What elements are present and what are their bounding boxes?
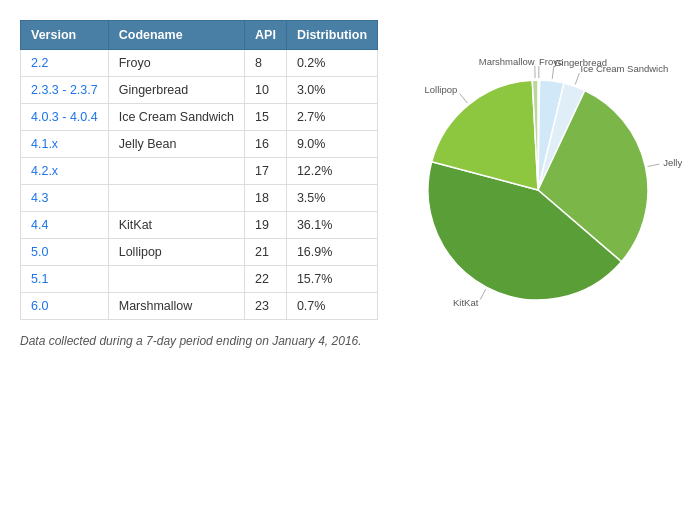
cell-api: 15 [245, 104, 287, 131]
table-row: 4.0.3 - 4.0.4 Ice Cream Sandwich 15 2.7% [21, 104, 378, 131]
cell-codename [108, 158, 244, 185]
cell-codename: Froyo [108, 50, 244, 77]
col-distribution: Distribution [286, 21, 377, 50]
pie-label-jelly-bean: Jelly Bean [663, 157, 684, 168]
table-row: 4.4 KitKat 19 36.1% [21, 212, 378, 239]
cell-version: 4.2.x [21, 158, 109, 185]
cell-version: 5.0 [21, 239, 109, 266]
col-version: Version [21, 21, 109, 50]
cell-version: 2.3.3 - 2.3.7 [21, 77, 109, 104]
cell-version: 4.4 [21, 212, 109, 239]
cell-api: 17 [245, 158, 287, 185]
cell-version: 5.1 [21, 266, 109, 293]
cell-api: 18 [245, 185, 287, 212]
table-header-row: Version Codename API Distribution [21, 21, 378, 50]
cell-version: 2.2 [21, 50, 109, 77]
cell-codename [108, 185, 244, 212]
table-row: 2.3.3 - 2.3.7 Gingerbread 10 3.0% [21, 77, 378, 104]
cell-distribution: 0.2% [286, 50, 377, 77]
cell-distribution: 36.1% [286, 212, 377, 239]
table-section: Version Codename API Distribution 2.2 Fr… [20, 20, 378, 348]
cell-api: 22 [245, 266, 287, 293]
table-row: 4.2.x 17 12.2% [21, 158, 378, 185]
cell-version: 6.0 [21, 293, 109, 320]
table-row: 5.0 Lollipop 21 16.9% [21, 239, 378, 266]
cell-api: 8 [245, 50, 287, 77]
android-versions-table: Version Codename API Distribution 2.2 Fr… [20, 20, 378, 320]
cell-version: 4.3 [21, 185, 109, 212]
table-row: 4.3 18 3.5% [21, 185, 378, 212]
main-container: Version Codename API Distribution 2.2 Fr… [20, 20, 664, 350]
table-row: 6.0 Marshmallow 23 0.7% [21, 293, 378, 320]
pie-chart: FroyoGingerbreadIce Cream SandwichJelly … [398, 30, 684, 350]
chart-section: FroyoGingerbreadIce Cream SandwichJelly … [398, 20, 684, 350]
col-api: API [245, 21, 287, 50]
pie-label-line-3 [648, 164, 660, 167]
cell-codename: Lollipop [108, 239, 244, 266]
cell-distribution: 2.7% [286, 104, 377, 131]
cell-api: 10 [245, 77, 287, 104]
cell-distribution: 12.2% [286, 158, 377, 185]
cell-version: 4.0.3 - 4.0.4 [21, 104, 109, 131]
cell-codename [108, 266, 244, 293]
pie-label-ice-cream-sandwich: Ice Cream Sandwich [581, 63, 669, 74]
pie-label-line-1 [552, 67, 554, 79]
cell-codename: KitKat [108, 212, 244, 239]
footnote: Data collected during a 7-day period end… [20, 334, 378, 348]
cell-codename: Ice Cream Sandwich [108, 104, 244, 131]
pie-label-line-2 [575, 73, 579, 84]
pie-label-lollipop: Lollipop [425, 84, 458, 95]
cell-distribution: 3.5% [286, 185, 377, 212]
cell-api: 16 [245, 131, 287, 158]
pie-label-kitkat: KitKat [453, 297, 479, 308]
cell-codename: Marshmallow [108, 293, 244, 320]
cell-version: 4.1.x [21, 131, 109, 158]
pie-label-marshmallow: Marshmallow [479, 56, 535, 67]
cell-api: 23 [245, 293, 287, 320]
table-row: 5.1 22 15.7% [21, 266, 378, 293]
cell-codename: Gingerbread [108, 77, 244, 104]
col-codename: Codename [108, 21, 244, 50]
table-row: 4.1.x Jelly Bean 16 9.0% [21, 131, 378, 158]
cell-distribution: 15.7% [286, 266, 377, 293]
cell-api: 19 [245, 212, 287, 239]
cell-distribution: 0.7% [286, 293, 377, 320]
cell-distribution: 16.9% [286, 239, 377, 266]
cell-distribution: 3.0% [286, 77, 377, 104]
cell-api: 21 [245, 239, 287, 266]
table-row: 2.2 Froyo 8 0.2% [21, 50, 378, 77]
pie-label-line-4 [480, 289, 486, 300]
pie-label-line-5 [460, 94, 468, 103]
cell-distribution: 9.0% [286, 131, 377, 158]
cell-codename: Jelly Bean [108, 131, 244, 158]
